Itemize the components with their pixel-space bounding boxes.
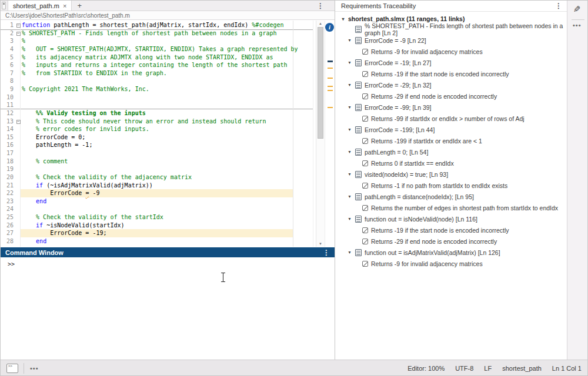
warning-indicator-mark[interactable] xyxy=(328,86,333,87)
requirement-range-row[interactable]: ▾ErrorCode = -29; [Ln 32] xyxy=(335,79,567,90)
code-line[interactable]: 20 % Check the validity of the adjacency… xyxy=(1,173,316,182)
code-fold-icon[interactable]: − xyxy=(16,24,21,28)
code-editor[interactable]: 1−function pathLength = shortest_path(ad… xyxy=(1,21,335,247)
code-line[interactable]: 12 %% Validy testing on the inputs xyxy=(1,109,316,118)
new-tab-button[interactable]: + xyxy=(72,1,87,11)
requirement-range-row[interactable]: ▾pathLength = 0; [Ln 54] xyxy=(335,146,567,157)
warning-indicator-mark[interactable] xyxy=(328,90,333,91)
requirement-link-row[interactable]: Returns -9 for invalid adjacency matrice… xyxy=(335,258,567,269)
collapse-arrow-icon[interactable]: ▾ xyxy=(347,38,352,43)
code-line[interactable]: 15 ErrorCode = 0; xyxy=(1,133,316,142)
command-window[interactable]: >> xyxy=(1,257,335,360)
code-line[interactable]: 4% OUT = SHORTEST_PATH(ADJMTX, STARTIDX,… xyxy=(1,45,316,53)
requirement-link-row[interactable]: Returns the number of edges in shortest … xyxy=(335,202,567,213)
code-line[interactable]: 2−% SHORTEST_PATH - Finds length of shor… xyxy=(1,29,316,38)
warning-indicator-mark[interactable] xyxy=(328,78,333,79)
editor-scrollbar[interactable]: ▲ ▼ xyxy=(316,21,325,247)
code-line[interactable]: 13− % This code should never throw an er… xyxy=(1,118,316,126)
requirement-link-row[interactable]: Returns -19 if the start node is encoded… xyxy=(335,68,567,79)
code-line[interactable]: 22 ErrorCode = -9 xyxy=(1,189,316,197)
requirement-link-row[interactable]: Returns -1 if no path from startIdx to e… xyxy=(335,180,567,191)
collapse-arrow-icon[interactable]: ▾ xyxy=(347,216,352,221)
collapse-arrow-icon[interactable]: ▾ xyxy=(347,194,352,199)
code-line[interactable]: 24 xyxy=(1,205,316,213)
collapse-arrow-icon[interactable]: ▾ xyxy=(347,149,352,155)
requirement-range-row[interactable]: ▾ErrorCode = -19; [Ln 27] xyxy=(335,57,567,68)
code-line[interactable]: 28 end xyxy=(1,237,316,246)
requirement-link-icon xyxy=(362,93,368,99)
code-fold-icon[interactable]: − xyxy=(16,120,21,124)
code-fold-icon[interactable]: − xyxy=(16,32,21,36)
collapse-arrow-icon[interactable]: ▾ xyxy=(340,16,346,22)
status-function-name[interactable]: shortest_path xyxy=(502,365,542,372)
editor-menu-icon[interactable]: ⋮ xyxy=(317,2,324,9)
collapse-arrow-icon[interactable]: ▾ xyxy=(347,60,352,65)
code-line[interactable]: 27 ErrorCode = -19; xyxy=(1,229,316,237)
warning-indicator-mark[interactable] xyxy=(328,107,333,108)
line-number: 25 xyxy=(1,213,15,221)
requirement-link-row[interactable]: Returns -29 if end node is encoded incor… xyxy=(335,236,567,247)
collapse-arrow-icon[interactable]: ▾ xyxy=(347,250,352,255)
status-zoom[interactable]: Editor: 100% xyxy=(407,365,445,372)
warning-indicator-mark[interactable] xyxy=(328,68,333,69)
code-line[interactable]: 9% Copyright 2021 The MathWorks, Inc. xyxy=(1,85,316,93)
requirement-range-row[interactable]: % SHORTEST_PATH - Finds length of shorte… xyxy=(335,24,567,35)
status-eol[interactable]: LF xyxy=(484,365,492,372)
requirements-pen-icon[interactable]: ✎ xyxy=(573,4,581,15)
scrollbar-thumb[interactable] xyxy=(318,27,323,139)
line-number: 24 xyxy=(1,205,15,213)
code-line[interactable]: 10 xyxy=(1,93,316,102)
requirement-range-row[interactable]: ▾ErrorCode = -9 [Ln 22] xyxy=(335,35,567,46)
requirement-range-row[interactable]: ▾function out = isNodeValid(node) [Ln 11… xyxy=(335,213,567,224)
status-encoding[interactable]: UTF-8 xyxy=(455,365,473,372)
requirement-link-row[interactable]: Returns -29 if end node is encoded incor… xyxy=(335,90,567,102)
collapse-arrow-icon[interactable]: ▾ xyxy=(347,127,352,132)
code-analyzer-info-icon[interactable]: i xyxy=(325,23,334,32)
requirement-range-row[interactable]: ▾ErrorCode = -99; [Ln 39] xyxy=(335,102,567,113)
requirement-link-row[interactable]: Returns -9 for invalid adjacency matrice… xyxy=(335,46,567,57)
collapse-arrow-icon[interactable]: ▾ xyxy=(347,82,352,88)
scroll-down-icon[interactable]: ▼ xyxy=(319,242,322,246)
requirement-range-row[interactable]: ▾ErrorCode = -199; [Ln 44] xyxy=(335,124,567,135)
code-line[interactable]: 23 end xyxy=(1,197,316,206)
scroll-up-icon[interactable]: ▲ xyxy=(319,22,322,25)
requirements-menu-icon[interactable]: ⋮ xyxy=(555,2,562,9)
panel-bar-more-icon[interactable]: ••• xyxy=(24,365,45,372)
toolbar-more-icon[interactable]: ••• xyxy=(573,22,582,29)
tab-close-icon[interactable]: × xyxy=(63,2,66,9)
tab-shortest-path[interactable]: shortest_path.m × xyxy=(8,1,72,11)
requirement-link-row[interactable]: Returns 0 if startIdx == endIdx xyxy=(335,157,567,169)
command-window-panel-icon[interactable]: >> xyxy=(6,364,18,373)
trace-indicator-mark[interactable] xyxy=(328,61,333,62)
code-line[interactable]: 11 xyxy=(1,101,316,109)
code-line[interactable]: 1−function pathLength = shortest_path(ad… xyxy=(1,21,316,29)
code-line[interactable]: 21 if (~isAdjMatrixValid(adjMatrix)) xyxy=(1,182,316,190)
code-line[interactable]: 14 % error codes for invlid inputs. xyxy=(1,125,316,133)
code-line[interactable]: 16 pathLength = -1; xyxy=(1,141,316,149)
collapse-arrow-icon[interactable]: ▾ xyxy=(347,105,352,110)
code-line[interactable]: 6% inputs and returns a integer containi… xyxy=(1,61,316,69)
collapse-arrow-icon[interactable]: ▾ xyxy=(347,172,352,177)
requirement-range-row[interactable]: ▾function out = isAdjMatrixValid(adjMatr… xyxy=(335,247,567,258)
code-line[interactable]: 19 xyxy=(1,165,316,173)
code-line[interactable]: 18 % comment xyxy=(1,157,316,166)
file-path-breadcrumb[interactable]: C:\Users\jdoe\ShortestPath\src\shortest_… xyxy=(1,12,335,20)
code-line[interactable]: 26 if ~isNodeValid(startIdx) xyxy=(1,221,316,230)
requirement-range-row[interactable]: ▾visited(nodeIdx) = true; [Ln 93] xyxy=(335,169,567,180)
code-line[interactable]: 5% its adjacency matrix ADJMTX along wit… xyxy=(1,53,316,62)
code-line[interactable]: 3% xyxy=(1,37,316,45)
code-line[interactable]: 17 xyxy=(1,149,316,157)
requirement-link-row[interactable]: Returns -19 if the start node is encoded… xyxy=(335,224,567,236)
requirement-range-row[interactable]: ▾pathLength = distance(nodeIdx); [Ln 95] xyxy=(335,191,567,202)
command-window-header[interactable]: Command Window ⋮ xyxy=(1,247,335,257)
code-line[interactable]: 25 % Check the validity of the startIdx xyxy=(1,213,316,221)
document-strip-icon[interactable] xyxy=(2,2,6,9)
requirement-link-row[interactable]: Returns -99 if startIdx or endIdx > numb… xyxy=(335,113,567,124)
command-window-menu-icon[interactable]: ⋮ xyxy=(323,249,330,256)
code-line[interactable]: 7% from STARTIDX to ENDIDX in the graph. xyxy=(1,69,316,78)
line-number: 22 xyxy=(1,189,15,197)
line-number: 1 xyxy=(1,21,15,29)
status-cursor-position[interactable]: Ln 1 Col 1 xyxy=(552,365,582,372)
requirement-link-row[interactable]: Returns -199 if startIdx or endIdx are <… xyxy=(335,135,567,146)
code-line[interactable]: 8 xyxy=(1,77,316,85)
